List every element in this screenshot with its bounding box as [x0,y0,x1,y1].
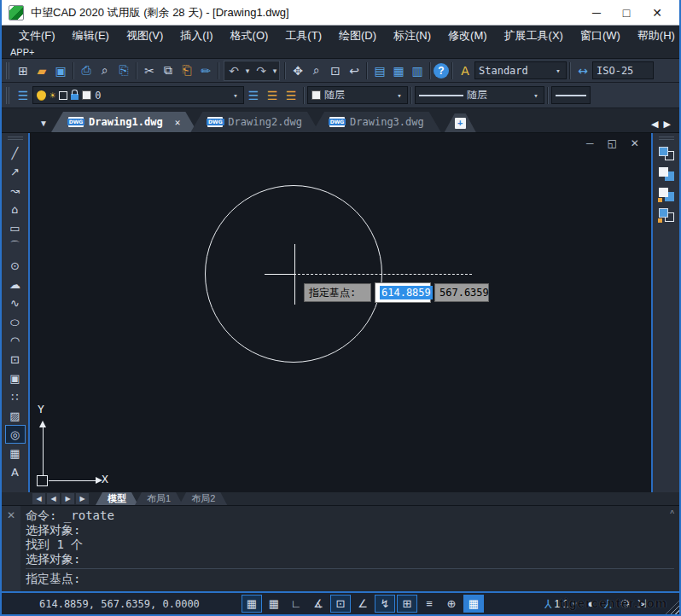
plot-preview-icon[interactable]: ⌕ [96,61,114,80]
menu-tools[interactable]: 工具(T) [276,26,330,46]
polar-toggle-icon[interactable]: ∡ [308,595,329,613]
menu-insert[interactable]: 插入(I) [172,26,221,46]
properties-palette-icon[interactable]: ▤ [370,61,389,80]
color-combo[interactable]: 随层 ▾ [307,86,408,104]
help-icon[interactable]: ? [434,63,449,78]
tab-list-caret-icon[interactable]: ▼ [36,113,51,132]
tab-scroll-right-icon[interactable]: ▶ [664,119,671,130]
ellipse-arc-tool[interactable]: ◠ [5,331,26,350]
layer-combo[interactable]: ☀ 0 ▾ [32,86,244,104]
construction-line-tool[interactable]: ↗ [5,162,26,181]
table-tool[interactable]: ▦ [5,444,26,462]
lineweight-combo[interactable] [551,86,591,104]
lineweight-toggle-icon[interactable]: ≡ [419,595,439,613]
doc-restore-icon[interactable]: ◱ [608,137,617,149]
tab-scroll-left-icon[interactable]: ◀ [651,119,658,130]
menu-view[interactable]: 视图(V) [118,26,172,46]
tab-model[interactable]: 模型 [96,492,138,505]
grid-toggle-icon[interactable]: ▦ [264,595,284,613]
insert-block-tool[interactable]: ⊡ [5,350,26,369]
arc-tool[interactable]: ⌒ [5,237,26,256]
maximize-button[interactable]: □ [623,7,630,19]
layer-match-icon[interactable]: ☰ [282,86,300,105]
linetype-combo[interactable]: 随层 ▾ [415,86,544,104]
dynamic-input-toggle-icon[interactable]: ↯ [375,595,395,613]
bring-above-objects-icon[interactable] [658,186,675,203]
toolbar-grip[interactable] [659,137,674,141]
text-style-combo[interactable]: Standard ▾ [474,61,567,79]
window-resize-grip[interactable] [666,601,679,614]
layer-previous-icon[interactable]: ☰ [263,86,282,105]
spline-tool[interactable]: ∿ [5,293,26,312]
zoom-window-icon[interactable]: ⊡ [326,61,345,80]
paste-icon[interactable]: ⎗ [178,61,196,80]
match-properties-icon[interactable]: ✏ [196,61,215,80]
dim-style-combo[interactable]: ISO-25 [592,61,654,79]
polygon-tool[interactable]: ⌂ [5,200,26,218]
new-file-icon[interactable]: ⊞ [14,61,32,80]
send-under-objects-icon[interactable] [658,206,675,224]
prev-layout-button[interactable]: ◀ [47,493,60,504]
otrack-toggle-icon[interactable]: ∠ [352,595,373,613]
copy-icon[interactable]: ⧉ [159,61,178,80]
toolbar-grip[interactable] [8,137,23,141]
new-tab-button[interactable]: + [445,113,476,132]
tab-drawing2[interactable]: DWG Drawing2.dwg [190,112,319,132]
isometric-triad-icon[interactable]: ⅄ [544,597,552,611]
tab-layout2[interactable]: 布局2 [179,492,227,505]
make-block-tool[interactable]: ▣ [5,369,26,387]
menu-modify[interactable]: 修改(M) [439,26,496,46]
menu-app-plus[interactable]: APP+ [10,47,34,57]
command-close-icon[interactable]: ✕ [7,509,15,591]
send-to-back-icon[interactable] [658,166,675,183]
ortho-toggle-icon[interactable]: ∟ [286,595,306,613]
toolbar-grip[interactable] [6,87,11,104]
menu-help[interactable]: 帮助(H) [629,26,681,46]
menu-format[interactable]: 格式(O) [222,26,277,46]
bring-to-front-icon[interactable] [658,145,675,162]
tool-palettes-icon[interactable]: ▦ [389,61,408,80]
doc-minimize-icon[interactable]: ─ [586,137,594,149]
ellipse-tool[interactable]: ○ [5,315,26,329]
save-icon[interactable]: ▣ [51,61,70,80]
first-layout-button[interactable]: ◀ [32,493,45,504]
tab-drawing3[interactable]: DWG Drawing3.dwg [312,112,441,132]
donut-tool[interactable]: ◎ [5,425,26,444]
drawing-canvas[interactable]: ─ ◱ ✕ 指定基点: 614.8859 567.6359 Y [30,133,651,492]
snap-toggle-icon[interactable]: ▦ [242,595,262,613]
menu-file[interactable]: 文件(F) [10,26,64,46]
tab-drawing1[interactable]: DWG Drawing1.dwg ✕ [51,112,197,132]
tab-close-icon[interactable]: ✕ [175,117,181,128]
next-layout-button[interactable]: ▶ [61,493,74,504]
menu-draw[interactable]: 绘图(D) [330,26,385,46]
cut-icon[interactable]: ✂ [140,61,159,80]
undo-dropdown-caret[interactable]: ▾ [243,67,252,75]
layers-manager-icon[interactable]: ☰ [14,86,32,105]
minimize-button[interactable]: ─ [592,7,601,19]
menu-window[interactable]: 窗口(W) [572,26,629,46]
menu-dimension[interactable]: 标注(N) [385,26,439,46]
line-tool[interactable]: ╱ [5,143,26,162]
plot-icon[interactable]: ⎙ [77,61,96,80]
command-input-line[interactable]: 指定基点: [26,572,674,586]
pan-icon[interactable]: ✥ [288,61,307,80]
quick-properties-toggle-icon[interactable]: ⊞ [397,595,417,613]
viewport-toggle-icon[interactable]: ▦ [463,595,484,613]
redo-dropdown-caret[interactable]: ▾ [271,67,279,75]
menu-express-tools[interactable]: 扩展工具(X) [496,26,572,46]
menu-edit[interactable]: 编辑(E) [64,26,118,46]
open-file-icon[interactable]: ▰ [32,61,51,80]
polyline-tool[interactable]: ↝ [5,181,26,200]
publish-icon[interactable]: ⎘ [114,61,133,80]
command-expand-icon[interactable]: ^ [670,509,674,519]
undo-icon[interactable]: ↶ [224,61,243,80]
sheet-set-icon[interactable]: ▥ [408,61,427,80]
circle-tool[interactable]: ⊙ [5,256,26,275]
mtext-tool[interactable]: A [5,462,26,481]
rectangle-tool[interactable]: ▭ [5,218,26,237]
redo-icon[interactable]: ↷ [252,61,271,80]
dim-style-icon[interactable]: ↔ [573,61,592,80]
annotation-toggle-icon[interactable]: ⊕ [441,595,462,613]
set-layer-current-icon[interactable]: ☰ [244,86,263,105]
zoom-previous-icon[interactable]: ↩ [345,61,364,80]
